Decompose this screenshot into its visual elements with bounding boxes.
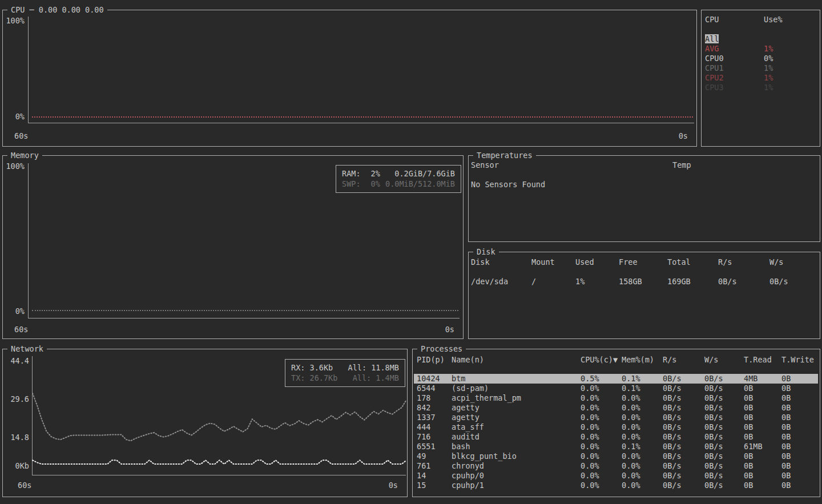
process-row-auditd[interactable]: 716auditd0.0%0.0%0B/s0B/s0B0B xyxy=(414,432,818,442)
proc-cell-name: bash xyxy=(452,442,581,451)
disk-row[interactable]: /dev/sda/1%158GB169GB0B/s0B/s xyxy=(471,277,819,287)
disk-table-header: DiskMountUsedFreeTotalR/sW/s xyxy=(471,257,819,267)
proc-cell-name: agetty xyxy=(452,403,581,413)
proc-cell-mem: 0.0% xyxy=(622,393,663,403)
temps-empty-message: No Sensors Found xyxy=(471,180,545,189)
proc-cell-cpu: 0.0% xyxy=(581,461,622,471)
proc-cell-mem: 0.0% xyxy=(622,432,663,442)
process-row-btm[interactable]: 10424btm0.5%0.1%0B/s0B/s4MB0B xyxy=(414,374,818,384)
cpu-legend-row-cpu3[interactable]: CPU31% xyxy=(705,83,816,92)
proc-cell-tread: 4MB xyxy=(744,374,781,384)
disk-header-total: Total xyxy=(667,257,718,267)
proc-cell-cpu: 0.0% xyxy=(581,393,622,403)
cpu-legend-row-cpu0[interactable]: CPU00% xyxy=(705,54,816,63)
network-xtick-0s: 0s xyxy=(389,481,398,490)
memory-ytick-0: 0% xyxy=(4,307,25,316)
process-row-cpuhp/0[interactable]: 14cpuhp/00.0%0.0%0B/s0B/s0B0B xyxy=(414,471,818,481)
proc-cell-cpu: 0.0% xyxy=(581,471,622,481)
proc-cell-pid: 1337 xyxy=(417,413,452,422)
proc-cell-tread: 0B xyxy=(744,451,781,461)
tx-rate: TX: 26.7Kb xyxy=(291,373,337,383)
cpu-usage-graph[interactable] xyxy=(28,17,694,123)
proc-header-rs[interactable]: R/s xyxy=(663,355,704,365)
proc-cell-twrite: 0B xyxy=(781,432,818,442)
cpu-entry-label: CPU1 xyxy=(705,63,764,73)
proc-cell-wps: 0B/s xyxy=(704,432,744,442)
proc-cell-name: auditd xyxy=(452,432,581,442)
disk-cell-1: / xyxy=(531,277,575,287)
process-row-ata_sff[interactable]: 444ata_sff0.0%0.0%0B/s0B/s0B0B xyxy=(414,422,818,432)
temperatures-panel-title: Temperatures xyxy=(473,151,536,160)
process-row-acpi_thermal_pm[interactable]: 178acpi_thermal_pm0.0%0.0%0B/s0B/s0B0B xyxy=(414,393,818,403)
proc-cell-mem: 0.1% xyxy=(622,442,663,451)
proc-cell-twrite: 0B xyxy=(781,461,818,471)
rx-total: All: 11.8MB xyxy=(348,363,399,373)
proc-cell-tread: 0B xyxy=(744,481,781,490)
proc-cell-wps: 0B/s xyxy=(704,481,744,490)
proc-cell-twrite: 0B xyxy=(781,422,818,432)
disk-header-rs: R/s xyxy=(718,257,769,267)
tx-total: All: 1.4MB xyxy=(353,373,399,383)
btm-system-monitor: CPU ─ 0.00 0.00 0.00 100% 0% 60s 0s CPU … xyxy=(0,0,822,504)
proc-cell-rps: 0B/s xyxy=(663,422,704,432)
disk-header-mount: Mount xyxy=(531,257,575,267)
cpu-ytick-100: 100% xyxy=(4,16,25,26)
process-row-bash[interactable]: 6551bash0.0%0.1%0B/s0B/s61MB0B xyxy=(414,442,818,451)
process-row-chronyd[interactable]: 761chronyd0.0%0.0%0B/s0B/s0B0B xyxy=(414,461,818,471)
proc-header-twrite[interactable]: T.Write xyxy=(781,355,818,365)
proc-cell-tread: 0B xyxy=(744,461,781,471)
proc-cell-tread: 0B xyxy=(744,471,781,481)
processes-panel: Processes PID(p)Name(n)CPU%(c)▼Mem%(m)R/… xyxy=(412,349,820,497)
proc-header-memm[interactable]: Mem%(m) xyxy=(622,355,663,365)
processes-table-rows: 10424btm0.5%0.1%0B/s0B/s4MB0B6544(sd-pam… xyxy=(414,374,818,490)
proc-cell-cpu: 0.0% xyxy=(581,413,622,422)
proc-cell-wps: 0B/s xyxy=(704,393,744,403)
proc-cell-name: cpuhp/0 xyxy=(452,471,581,481)
proc-cell-cpu: 0.0% xyxy=(581,451,622,461)
proc-cell-rps: 0B/s xyxy=(663,442,704,451)
process-row-(sd-pam)[interactable]: 6544(sd-pam)0.0%0.1%0B/s0B/s0B0B xyxy=(414,384,818,393)
proc-cell-rps: 0B/s xyxy=(663,413,704,422)
disk-cell-6: 0B/s xyxy=(769,277,819,287)
cpu-entry-usage: 1% xyxy=(764,83,816,92)
proc-cell-twrite: 0B xyxy=(781,442,818,451)
proc-cell-wps: 0B/s xyxy=(704,451,744,461)
proc-cell-tread: 0B xyxy=(744,422,781,432)
process-row-cpuhp/1[interactable]: 15cpuhp/10.0%0.0%0B/s0B/s0B0B xyxy=(414,481,818,490)
process-row-blkcg_punt_bio[interactable]: 49blkcg_punt_bio0.0%0.0%0B/s0B/s0B0B xyxy=(414,451,818,461)
ram-percent: 2% xyxy=(371,169,380,179)
swap-label: SWP: xyxy=(342,179,361,189)
proc-cell-twrite: 0B xyxy=(781,451,818,461)
cpu-entry-label: CPU3 xyxy=(705,83,764,92)
memory-panel-title: Memory xyxy=(7,151,42,160)
network-ytick-29: 29.6 xyxy=(4,394,29,404)
cpu-legend-row-cpu2[interactable]: CPU21% xyxy=(705,73,816,83)
cpu-legend-row-cpu1[interactable]: CPU11% xyxy=(705,63,816,73)
process-row-agetty[interactable]: 842agetty0.0%0.0%0B/s0B/s0B0B xyxy=(414,403,818,413)
processes-panel-title: Processes xyxy=(417,344,466,354)
cpu-legend-row-all[interactable]: All xyxy=(705,34,816,44)
proc-header-pidp[interactable]: PID(p) xyxy=(417,355,452,365)
cpu-legend-panel: CPU Use% AllAVG1%CPU00%CPU11%CPU21%CPU31… xyxy=(701,10,820,147)
proc-cell-pid: 842 xyxy=(417,403,452,413)
proc-cell-rps: 0B/s xyxy=(663,393,704,403)
disk-header-ws: W/s xyxy=(769,257,819,267)
proc-cell-tread: 0B xyxy=(744,403,781,413)
cpu-chart-panel: CPU ─ 0.00 0.00 0.00 100% 0% 60s 0s xyxy=(2,10,697,147)
proc-cell-mem: 0.1% xyxy=(622,384,663,393)
cpu-legend-row-avg[interactable]: AVG1% xyxy=(705,44,816,54)
proc-cell-name: chronyd xyxy=(452,461,581,471)
proc-cell-wps: 0B/s xyxy=(704,374,744,384)
proc-header-tread[interactable]: T.Read xyxy=(744,355,781,365)
proc-header-ws[interactable]: W/s xyxy=(704,355,744,365)
disk-panel-title: Disk xyxy=(473,247,499,257)
process-row-agetty[interactable]: 1337agetty0.0%0.0%0B/s0B/s0B0B xyxy=(414,413,818,422)
ram-label: RAM: xyxy=(342,169,361,179)
proc-header-cpuc[interactable]: CPU%(c)▼ xyxy=(581,355,622,365)
proc-cell-mem: 0.0% xyxy=(622,461,663,471)
proc-cell-tread: 61MB xyxy=(744,442,781,451)
proc-cell-rps: 0B/s xyxy=(663,451,704,461)
proc-header-namen[interactable]: Name(n) xyxy=(452,355,581,365)
memory-xtick-60s: 60s xyxy=(14,325,28,334)
disk-panel: Disk DiskMountUsedFreeTotalR/sW/s /dev/s… xyxy=(468,252,820,339)
